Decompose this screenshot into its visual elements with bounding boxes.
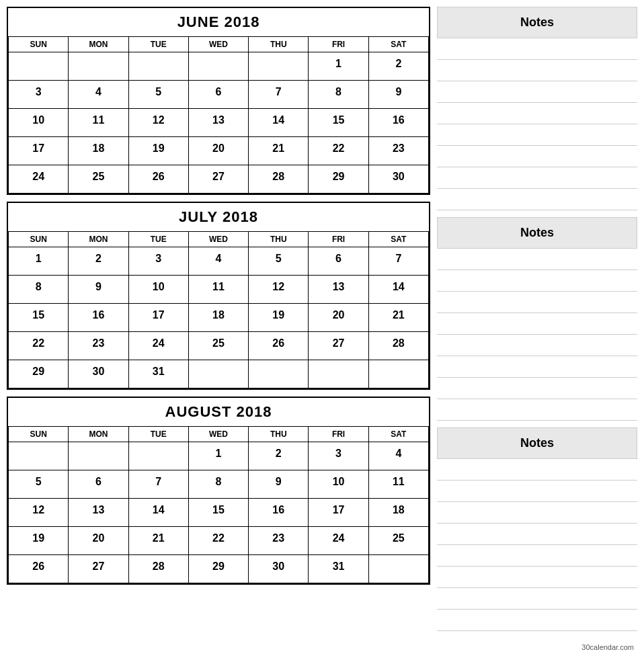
notes-section-1: Notes [437,217,637,421]
calendar-week-row: 567891011 [9,470,429,499]
calendar-day-cell: 21 [368,304,428,332]
calendar-day-cell: 3 [309,442,368,470]
notes-line[interactable] [437,189,637,210]
notes-section-2: Notes [437,427,637,631]
calendar-day-cell [69,52,128,81]
calendar-day-cell: 21 [128,527,188,555]
calendar-day-cell [368,555,428,583]
notes-line[interactable] [437,270,637,292]
calendar-day-header: FRI [309,427,368,442]
calendar-day-cell: 12 [249,276,309,304]
notes-line[interactable] [437,38,637,60]
notes-line[interactable] [437,124,637,146]
calendar-day-header: SUN [9,427,69,442]
calendar-day-cell: 30 [249,555,309,583]
calendar-day-cell: 4 [368,442,428,470]
notes-line[interactable] [437,167,637,189]
notes-line[interactable] [437,60,637,81]
calendar-title-july2018: JULY 2018 [8,203,429,231]
calendar-day-header: THU [249,427,309,442]
main-container: JUNE 2018SUNMONTUEWEDTHUFRISAT1234567891… [7,7,637,653]
calendar-day-cell: 26 [249,332,309,360]
calendar-day-header: MON [69,427,128,442]
notes-line[interactable] [437,524,637,545]
calendar-day-cell: 16 [69,304,128,332]
calendar-july2018: JULY 2018SUNMONTUEWEDTHUFRISAT1234567891… [7,202,430,390]
calendar-day-cell: 18 [188,304,248,332]
calendar-day-cell: 11 [368,470,428,499]
notes-line[interactable] [437,103,637,124]
calendar-day-cell: 27 [188,165,248,194]
calendar-day-cell: 9 [249,470,309,499]
calendar-day-cell: 3 [128,247,188,276]
calendar-day-cell: 19 [128,137,188,165]
notes-line[interactable] [437,292,637,313]
calendar-day-cell: 1 [309,52,368,81]
notes-line[interactable] [437,567,637,588]
notes-lines-2 [437,459,637,631]
calendar-day-cell: 26 [9,555,69,583]
calendar-day-cell: 7 [368,247,428,276]
calendar-day-cell: 1 [188,442,248,470]
notes-line[interactable] [437,610,637,631]
notes-line[interactable] [437,378,637,399]
notes-line[interactable] [437,313,637,335]
notes-line[interactable] [437,146,637,167]
notes-line[interactable] [437,81,637,103]
notes-line[interactable] [437,356,637,378]
calendar-day-header: TUE [128,37,188,52]
calendar-day-cell [188,360,248,388]
calendar-day-cell: 22 [9,332,69,360]
calendar-day-cell: 10 [128,276,188,304]
notes-line[interactable] [437,545,637,567]
notes-line[interactable] [437,502,637,524]
calendar-day-cell: 9 [368,81,428,109]
calendar-day-cell: 16 [249,499,309,527]
calendar-day-header: TUE [128,427,188,442]
footer-text: 30calendar.com [581,643,637,651]
calendar-day-cell: 23 [368,137,428,165]
calendar-day-cell [309,360,368,388]
calendar-week-row: 1234 [9,442,429,470]
notes-line[interactable] [437,588,637,610]
calendar-day-header: FRI [309,232,368,247]
notes-line[interactable] [437,459,637,481]
calendar-day-cell: 30 [69,360,128,388]
calendar-day-cell: 20 [188,137,248,165]
calendar-day-cell: 2 [69,247,128,276]
calendar-week-row: 3456789 [9,81,429,109]
notes-line[interactable] [437,399,637,421]
calendar-week-row: 17181920212223 [9,137,429,165]
calendar-day-cell: 18 [368,499,428,527]
calendar-title-june2018: JUNE 2018 [8,8,429,36]
calendar-day-cell: 16 [368,109,428,137]
calendar-day-cell: 31 [128,360,188,388]
notes-line[interactable] [437,249,637,270]
calendar-day-cell: 7 [128,470,188,499]
calendar-day-cell: 10 [309,470,368,499]
calendar-day-cell: 27 [69,555,128,583]
calendar-week-row: 12 [9,52,429,81]
calendar-week-row: 262728293031 [9,555,429,583]
calendar-day-cell: 9 [69,276,128,304]
calendar-day-header: MON [69,232,128,247]
calendar-day-cell: 31 [309,555,368,583]
calendar-day-cell: 13 [309,276,368,304]
calendar-day-cell: 15 [9,304,69,332]
calendar-day-cell: 8 [9,276,69,304]
calendar-week-row: 1234567 [9,247,429,276]
calendar-day-cell: 14 [128,499,188,527]
calendar-day-cell: 26 [128,165,188,194]
notes-line[interactable] [437,335,637,356]
calendar-august2018: AUGUST 2018SUNMONTUEWEDTHUFRISAT12345678… [7,397,430,585]
notes-line[interactable] [437,481,637,502]
calendar-day-cell: 8 [188,470,248,499]
notes-column: NotesNotesNotes30calendar.com [437,7,637,653]
calendar-day-header: THU [249,232,309,247]
notes-lines-1 [437,249,637,421]
calendar-day-cell: 17 [9,137,69,165]
calendar-day-cell: 28 [368,332,428,360]
calendar-day-cell: 7 [249,81,309,109]
calendar-day-cell: 11 [188,276,248,304]
calendar-day-cell: 3 [9,81,69,109]
